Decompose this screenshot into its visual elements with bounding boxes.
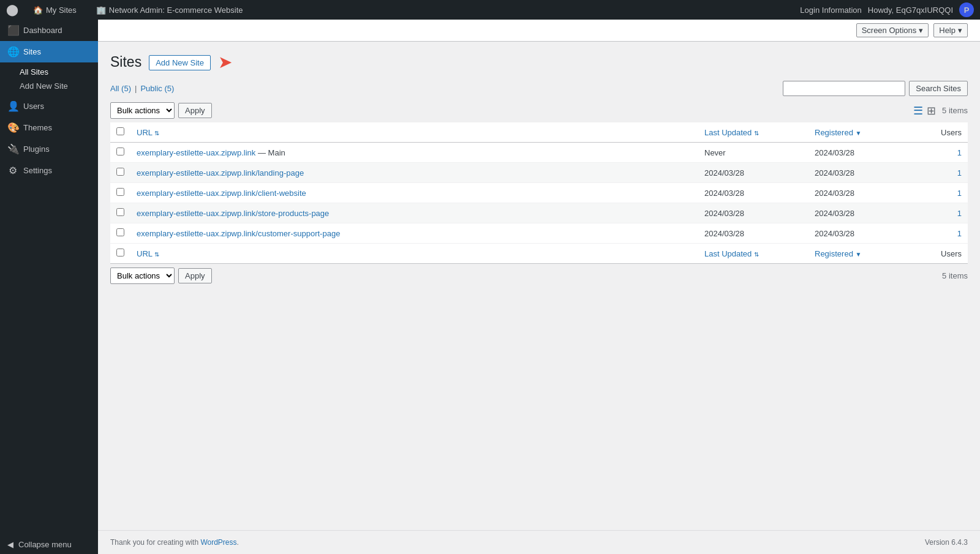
- updated-footer-sort-icon: ⇅: [754, 251, 759, 258]
- top-table-toolbar: Bulk actionsDelete Apply ☰ ⊞ 5 items: [110, 102, 968, 119]
- sidebar-item-label: Themes: [23, 123, 52, 132]
- url-sort-icon: ⇅: [154, 130, 159, 137]
- sidebar-item-plugins[interactable]: 🔌 Plugins: [0, 138, 98, 160]
- network-admin-link[interactable]: 🏢 Network Admin: E-commerce Website: [91, 0, 248, 20]
- search-sites-button[interactable]: Search Sites: [909, 81, 968, 96]
- top-apply-button[interactable]: Apply: [178, 103, 212, 118]
- table-foot: URL ⇅ Last Updated ⇅ Registered ▼ Users: [110, 244, 968, 264]
- row-users-cell: 1: [919, 203, 968, 223]
- updated-footer-col[interactable]: Last Updated ⇅: [698, 244, 809, 264]
- sidebar-item-themes[interactable]: 🎨 Themes: [0, 117, 98, 138]
- add-new-site-button[interactable]: Add New Site: [149, 55, 211, 70]
- main-wrapper: Screen Options ▾ Help ▾ Sites Add New Si…: [98, 20, 980, 554]
- row-url-cell: exemplary-estilette-uax.zipwp.link/custo…: [130, 223, 698, 244]
- site-url-link[interactable]: exemplary-estilette-uax.zipwp.link/landi…: [137, 168, 304, 178]
- content-area: Sites Add New Site ➤ All (5) | Public (5…: [98, 42, 980, 530]
- themes-icon: 🎨: [7, 122, 18, 133]
- row-users-cell: 1: [919, 143, 968, 163]
- users-count-link[interactable]: 1: [957, 209, 962, 218]
- row-url-cell: exemplary-estilette-uax.zipwp.link — Mai…: [130, 143, 698, 163]
- row-checkbox-cell: [110, 143, 130, 163]
- sidebar-item-label: Plugins: [23, 144, 50, 154]
- table-head: URL ⇅ Last Updated ⇅ Registered ▼ Users: [110, 122, 968, 143]
- select-all-col: [110, 122, 130, 143]
- users-count-link[interactable]: 1: [957, 229, 962, 238]
- url-col-header[interactable]: URL ⇅: [130, 122, 698, 143]
- registered-col-header[interactable]: Registered ▼: [809, 122, 919, 143]
- sidebar-all-sites-link[interactable]: All Sites: [20, 65, 98, 79]
- help-button[interactable]: Help ▾: [933, 23, 968, 37]
- footer: Thank you for creating with WordPress. V…: [98, 530, 980, 554]
- site-url-link[interactable]: exemplary-estilette-uax.zipwp.link/store…: [137, 209, 329, 218]
- site-url-link[interactable]: exemplary-estilette-uax.zipwp.link/custo…: [137, 229, 340, 238]
- page-title: Sites: [110, 54, 141, 71]
- bottom-bulk-area: Bulk actionsDelete Apply: [110, 268, 212, 284]
- red-arrow-icon: ➤: [218, 54, 232, 71]
- row-checkbox-cell: [110, 203, 130, 223]
- row-checkbox[interactable]: [116, 188, 124, 196]
- filter-links: All (5) | Public (5): [110, 84, 174, 93]
- table-row: exemplary-estilette-uax.zipwp.link/landi…: [110, 163, 968, 183]
- row-users-cell: 1: [919, 183, 968, 203]
- url-footer-col[interactable]: URL ⇅: [130, 244, 698, 264]
- filter-all-link[interactable]: All (5): [110, 84, 131, 93]
- bottom-bulk-actions-select[interactable]: Bulk actionsDelete: [110, 268, 175, 284]
- row-checkbox[interactable]: [116, 208, 124, 216]
- collapse-menu-button[interactable]: ◀ Collapse menu: [0, 535, 98, 554]
- collapse-label: Collapse menu: [18, 540, 72, 549]
- row-users-cell: 1: [919, 223, 968, 244]
- sidebar-item-label: Dashboard: [23, 26, 62, 35]
- sidebar-item-label: Users: [23, 102, 44, 111]
- row-updated-cell: 2024/03/28: [698, 163, 809, 183]
- footer-text: Thank you for creating with WordPress.: [110, 538, 239, 547]
- select-all-checkbox[interactable]: [116, 127, 124, 135]
- row-checkbox[interactable]: [116, 228, 124, 236]
- table-row: exemplary-estilette-uax.zipwp.link/custo…: [110, 223, 968, 244]
- sidebar-item-sites[interactable]: 🌐 Sites: [0, 41, 98, 62]
- select-all-footer-checkbox[interactable]: [116, 249, 124, 256]
- search-sites-area: Search Sites: [783, 81, 968, 96]
- sidebar-sub-sites: All Sites Add New Site: [0, 62, 98, 95]
- site-url-link[interactable]: exemplary-estilette-uax.zipwp.link: [137, 148, 255, 157]
- registered-footer-col[interactable]: Registered ▼: [809, 244, 919, 264]
- sidebar-item-label: Settings: [23, 166, 52, 175]
- users-count-link[interactable]: 1: [957, 189, 962, 198]
- table-footer-row: URL ⇅ Last Updated ⇅ Registered ▼ Users: [110, 244, 968, 264]
- login-info-link[interactable]: Login Information: [800, 6, 861, 15]
- sidebar-item-users[interactable]: 👤 Users: [0, 95, 98, 117]
- my-sites-link[interactable]: 🏠 My Sites: [28, 0, 81, 20]
- row-registered-cell: 2024/03/28: [809, 183, 919, 203]
- users-col-header: Users: [919, 122, 968, 143]
- search-sites-input[interactable]: [783, 81, 905, 96]
- users-count-link[interactable]: 1: [957, 168, 962, 178]
- sidebar-item-settings[interactable]: ⚙ Settings: [0, 160, 98, 181]
- bottom-apply-button[interactable]: Apply: [178, 268, 212, 283]
- site-url-link[interactable]: exemplary-estilette-uax.zipwp.link/clien…: [137, 189, 306, 198]
- row-checkbox-cell: [110, 183, 130, 203]
- list-view-icon[interactable]: ☰: [912, 103, 924, 119]
- top-bar-right: Login Information Howdy, EqG7qxIURQQI P: [800, 2, 974, 17]
- sidebar-item-dashboard[interactable]: ⬛ Dashboard: [0, 20, 98, 41]
- users-count-link[interactable]: 1: [957, 148, 962, 157]
- table-header-row: URL ⇅ Last Updated ⇅ Registered ▼ Users: [110, 122, 968, 143]
- row-checkbox[interactable]: [116, 148, 124, 155]
- users-icon: 👤: [7, 100, 18, 112]
- top-bulk-actions-select[interactable]: Bulk actionsDelete: [110, 102, 175, 119]
- screen-options-button[interactable]: Screen Options ▾: [856, 23, 929, 37]
- row-checkbox[interactable]: [116, 168, 124, 176]
- row-updated-cell: 2024/03/28: [698, 223, 809, 244]
- updated-col-header[interactable]: Last Updated ⇅: [698, 122, 809, 143]
- table-row: exemplary-estilette-uax.zipwp.link/store…: [110, 203, 968, 223]
- sidebar-add-new-site-link[interactable]: Add New Site: [20, 79, 98, 93]
- screen-options-chevron-icon: ▾: [919, 26, 923, 35]
- sidebar: ⬛ Dashboard 🌐 Sites All Sites Add New Si…: [0, 20, 98, 554]
- row-updated-cell: Never: [698, 143, 809, 163]
- bottom-items-count: 5 items: [942, 271, 968, 280]
- sidebar-item-label: Sites: [23, 47, 41, 56]
- wordpress-link[interactable]: WordPress: [200, 538, 236, 547]
- version-label: Version 6.4.3: [925, 538, 968, 547]
- screen-options-bar: Screen Options ▾ Help ▾: [98, 20, 980, 42]
- grid-view-icon[interactable]: ⊞: [925, 103, 937, 119]
- filter-public-link[interactable]: Public (5): [140, 84, 174, 93]
- filter-sep: |: [135, 84, 137, 93]
